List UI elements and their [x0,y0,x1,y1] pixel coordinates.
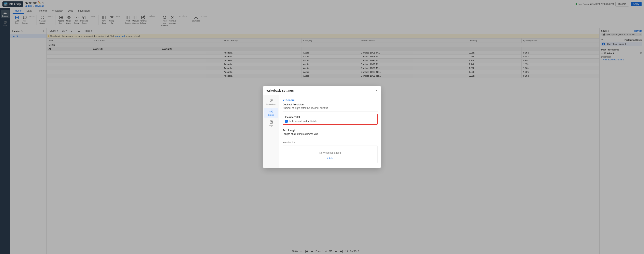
general-icon [269,109,273,113]
general-section-label: General [286,99,295,102]
modal-nav-destinations-label: Destinations [266,103,276,105]
modal-nav-general[interactable]: General [264,108,278,118]
modal-general-section: ∨ General Decimal Precision Number of di… [282,99,378,135]
no-webhook-text: No Webhook added [285,148,375,156]
include-total-box: Include Total ✓ Include total and subtot… [282,114,378,125]
modal-sidebar: Destinations General Logs [263,95,279,168]
text-length-section: Text Length Length of all string columns… [282,129,378,135]
decimal-precision-section: Decimal Precision Number of digits after… [282,103,328,110]
modal-overlay: Writeback Settings × Destinations Genera… [0,0,644,254]
modal-webhooks-section: Webhooks No Webhook added + Add [282,141,378,163]
webhooks-title[interactable]: Webhooks [282,141,378,144]
add-webhook-button[interactable]: + Add [285,156,375,160]
modal-general-title[interactable]: ∨ General [282,99,378,102]
decimal-desc-text: Number of digits after the decimal point… [282,107,326,110]
decimal-value: 2 [326,107,328,110]
decimal-precision-desc: Number of digits after the decimal point… [282,107,328,110]
destinations-icon [269,99,273,103]
modal-content: ∨ General Decimal Precision Number of di… [279,95,381,168]
svg-point-43 [271,111,272,112]
modal-nav-destinations[interactable]: Destinations [264,97,278,107]
decimal-precision-row: Decimal Precision Number of digits after… [282,103,378,110]
decimal-precision-title: Decimal Precision [282,103,328,106]
include-subtotals-checkbox[interactable]: ✓ [285,120,288,123]
logs-icon [269,120,273,124]
chevron-down-icon-general: ∨ [282,99,285,102]
modal-header: Writeback Settings × [263,86,381,95]
separator-3 [282,139,378,139]
modal-close-button[interactable]: × [376,89,378,92]
include-total-checkbox-row[interactable]: ✓ Include total and subtotals [285,120,375,123]
check-icon: ✓ [286,120,287,122]
modal-title: Writeback Settings [266,89,294,92]
text-length-value-row: Length of all string columns: 512 [282,132,378,135]
writeback-settings-modal: Writeback Settings × Destinations Genera… [263,86,381,168]
separator-2 [282,127,378,127]
text-length-title: Text Length [282,129,378,132]
modal-nav-logs[interactable]: Logs [264,118,278,128]
modal-body: Destinations General Logs ∨ General [263,95,381,168]
include-total-title: Include Total [285,116,375,119]
webhooks-box: No Webhook added + Add [282,145,378,163]
separator-1 [282,112,378,112]
modal-nav-logs-label: Logs [269,125,273,127]
include-total-checkbox-label: Include total and subtotals [289,120,317,123]
text-length-desc: Length of all string columns: [282,132,313,135]
text-length-value: 512 [314,132,318,135]
modal-nav-general-label: General [268,114,274,116]
